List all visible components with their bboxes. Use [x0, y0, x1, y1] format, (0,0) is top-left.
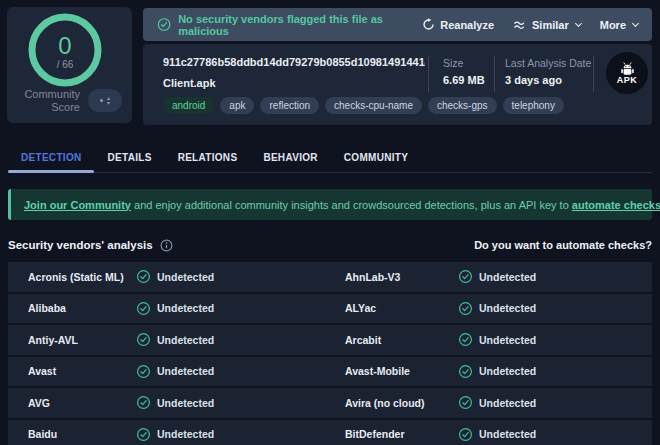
- table-row: Acronis (Static ML) Undetected AhnLab-V3…: [8, 262, 652, 292]
- undetected-check-icon: [136, 269, 151, 284]
- similar-icon: [513, 19, 527, 31]
- vendor-status: Undetected: [157, 365, 214, 377]
- vendor-name: Acronis (Static ML): [28, 271, 136, 283]
- report-tabs: DETECTION DETAILS RELATIONS BEHAVIOR COM…: [8, 142, 652, 173]
- vendor-status: Undetected: [157, 302, 214, 314]
- vendors-analysis-table: Acronis (Static ML) Undetected AhnLab-V3…: [8, 262, 652, 445]
- vendor-name: Avira (no cloud): [345, 397, 458, 409]
- divider: [494, 56, 495, 92]
- undetected-check-icon: [136, 332, 151, 347]
- file-name: Client.apk: [163, 77, 216, 89]
- file-hash: 911c27786b58ddbd14dd79279b0855d109814914…: [163, 56, 425, 68]
- vendor-name: AhnLab-V3: [345, 271, 458, 283]
- tab-detection[interactable]: DETECTION: [8, 142, 94, 172]
- file-tag[interactable]: checks-gps: [428, 97, 497, 114]
- reanalyze-icon: [422, 18, 435, 31]
- vendor-status: Undetected: [479, 428, 536, 440]
- vendor-name: ALYac: [345, 302, 458, 314]
- vendor-name: Antiy-AVL: [28, 334, 136, 346]
- size-label: Size: [443, 57, 463, 69]
- engines-total: / 66: [25, 59, 105, 70]
- undetected-check-icon: [136, 364, 151, 379]
- undetected-check-icon: [458, 427, 473, 442]
- verdict-message: No security vendors flagged this file as…: [178, 13, 422, 37]
- join-community-link[interactable]: Join our Community: [24, 199, 131, 211]
- vendor-name: Avast-Mobile: [345, 365, 458, 377]
- automate-checks-link[interactable]: automate checks.: [572, 199, 660, 211]
- tab-behavior[interactable]: BEHAVIOR: [250, 142, 330, 172]
- community-score-card: 0 / 66 Community Score ▴▾: [7, 7, 132, 123]
- join-community-banner: Join our Community and enjoy additional …: [8, 189, 652, 220]
- last-analysis-value: 3 days ago: [505, 74, 562, 86]
- vendor-status: Undetected: [157, 428, 214, 440]
- tab-details[interactable]: DETAILS: [94, 142, 164, 172]
- community-banner-text: and enjoy additional community insights …: [131, 199, 572, 211]
- vendors-section-header: Security vendors' analysis Do you want t…: [8, 237, 652, 253]
- undetected-check-icon: [458, 301, 473, 316]
- verdict-banner: No security vendors flagged this file as…: [143, 8, 652, 41]
- reanalyze-button[interactable]: Reanalyze: [422, 18, 494, 31]
- undetected-check-icon: [458, 332, 473, 347]
- vendor-status: Undetected: [157, 271, 214, 283]
- table-row: Alibaba Undetected ALYac Undetected: [8, 294, 652, 324]
- vendor-status: Undetected: [157, 334, 214, 346]
- file-info-card: 911c27786b58ddbd14dd79279b0855d109814914…: [143, 44, 652, 125]
- file-tag[interactable]: apk: [220, 97, 254, 114]
- more-button[interactable]: More: [600, 19, 638, 31]
- undetected-check-icon: [458, 364, 473, 379]
- vendor-status: Undetected: [479, 271, 536, 283]
- undetected-check-icon: [136, 395, 151, 410]
- table-row: Baidu Undetected BitDefender Undetected: [8, 420, 652, 445]
- table-row: AVG Undetected Avira (no cloud) Undetect…: [8, 388, 652, 418]
- vendor-name: BitDefender: [345, 428, 458, 440]
- vendor-status: Undetected: [479, 397, 536, 409]
- vendor-name: Arcabit: [345, 334, 458, 346]
- table-row: Avast Undetected Avast-Mobile Undetected: [8, 357, 652, 387]
- tab-relations[interactable]: RELATIONS: [165, 142, 251, 172]
- apk-badge-label: APK: [617, 75, 638, 85]
- vote-dot-icon: [100, 99, 103, 102]
- vendor-name: Alibaba: [28, 302, 136, 314]
- android-robot-icon: [619, 62, 636, 76]
- undetected-check-icon: [136, 301, 151, 316]
- file-tag[interactable]: checks-cpu-name: [325, 97, 422, 114]
- last-analysis-label: Last Analysis Date: [505, 57, 591, 69]
- tab-community[interactable]: COMMUNITY: [331, 142, 421, 172]
- size-value: 6.69 MB: [443, 74, 485, 86]
- info-icon[interactable]: [160, 239, 173, 252]
- similar-button[interactable]: Similar: [513, 19, 581, 31]
- undetected-check-icon: [136, 427, 151, 442]
- detections-count: 0: [25, 32, 105, 60]
- file-tag[interactable]: reflection: [260, 97, 319, 114]
- vendor-status: Undetected: [157, 397, 214, 409]
- divider: [428, 56, 429, 92]
- apk-file-type-badge: APK: [606, 52, 648, 94]
- undetected-check-icon: [458, 269, 473, 284]
- table-row: Antiy-AVL Undetected Arcabit Undetected: [8, 325, 652, 355]
- vendor-status: Undetected: [479, 365, 536, 377]
- community-vote-widget[interactable]: ▴▾: [88, 89, 122, 112]
- chevron-down-icon: [632, 19, 639, 26]
- divider: [593, 56, 594, 92]
- automate-checks-question-link[interactable]: Do you want to automate checks?: [474, 239, 652, 251]
- file-tag[interactable]: android: [163, 97, 214, 114]
- file-tag[interactable]: telephony: [503, 97, 564, 114]
- vendor-name: Baidu: [28, 428, 136, 440]
- community-score-label: Community Score: [16, 88, 80, 114]
- vendor-status: Undetected: [479, 334, 536, 346]
- check-circle-icon: [157, 17, 171, 32]
- vote-arrows-icon: ▴▾: [107, 96, 110, 106]
- chevron-down-icon: [575, 19, 582, 26]
- vendor-status: Undetected: [479, 302, 536, 314]
- file-tags: android apk reflection checks-cpu-name c…: [163, 97, 564, 114]
- vendors-section-title: Security vendors' analysis: [8, 239, 153, 251]
- undetected-check-icon: [458, 395, 473, 410]
- virustotal-file-report: 0 / 66 Community Score ▴▾ No security ve…: [0, 0, 660, 445]
- vendor-name: Avast: [28, 365, 136, 377]
- vendor-name: AVG: [28, 397, 136, 409]
